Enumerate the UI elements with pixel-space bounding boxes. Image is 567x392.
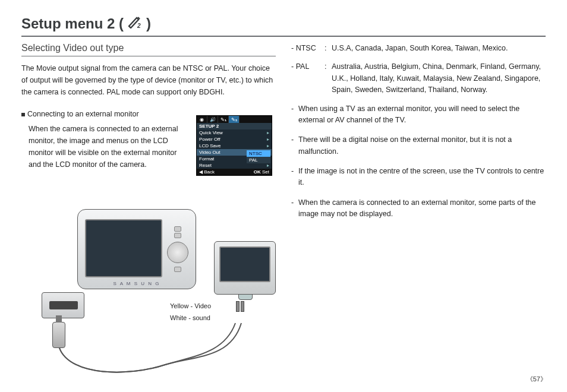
chevron-right-icon: ▸ <box>267 137 269 142</box>
def-pal: - PAL : Australia, Austria, Belgium, Chi… <box>291 61 546 96</box>
lcd-row: Quick View <box>199 130 267 135</box>
lcd-foot-set: Set <box>262 169 269 175</box>
note-body: When the camera is connected to an exter… <box>298 197 546 220</box>
sound-tab-icon: 🔊 <box>207 116 218 123</box>
camera-illustration: S A M S U N G <box>77 209 196 289</box>
lcd-menu-head: SETUP 2 <box>197 123 272 129</box>
label-yellow: Yellow - Video <box>170 301 211 312</box>
def-ntsc: - NTSC : U.S.A, Canada, Japan, South Kor… <box>291 43 546 54</box>
jack-yellow-icon <box>236 301 240 312</box>
cable-labels: Yellow - Video White - sound <box>170 301 211 324</box>
lcd-opt: PAL <box>247 157 270 163</box>
av-plug <box>52 322 65 348</box>
note-4: -When the camera is connected to an exte… <box>291 197 546 220</box>
def-term: - NTSC <box>291 43 325 54</box>
camera-button-icon <box>174 233 181 238</box>
page-number: 《57》 <box>527 375 547 384</box>
back-arrow-icon: ◀ <box>199 169 203 175</box>
def-sep: : <box>325 43 332 54</box>
av-cable <box>58 347 237 382</box>
camera-lcd <box>85 219 162 277</box>
connection-diagram: S A M S U N G Yellow - Video White - sou… <box>42 209 291 352</box>
camera-button-icon <box>174 267 181 272</box>
tv-jacks <box>235 301 246 315</box>
note-3: -If the image is not in the centre of th… <box>291 166 546 189</box>
chevron-right-icon: ▸ <box>267 130 269 135</box>
lcd-row: LCD Save <box>199 143 267 148</box>
svg-text:2: 2 <box>137 23 141 29</box>
setup2-icon: 2 <box>127 15 143 29</box>
port-closeup <box>42 292 84 318</box>
camera-button-icon <box>174 226 181 232</box>
bullet-text: Connecting to an external monitor <box>27 110 139 118</box>
tv-illustration <box>214 241 276 295</box>
lcd-foot-ok: OK <box>254 169 261 175</box>
lcd-footer: ◀ Back OK Set <box>197 169 272 175</box>
note-1: -When using a TV as an external monitor,… <box>291 103 546 127</box>
label-white: White - sound <box>170 312 211 324</box>
note-body: When using a TV as an external monitor, … <box>298 103 546 127</box>
lcd-foot-back: Back <box>204 169 215 175</box>
setup2-tab-icon: ✎₂ <box>229 116 240 123</box>
tv-screen <box>219 246 270 282</box>
note-body: If the image is not in the centre of the… <box>298 166 546 189</box>
jack-white-icon <box>241 301 244 312</box>
note-body: There will be a digital noise on the ext… <box>298 134 546 157</box>
camera-tab-icon: ◉ <box>197 116 207 123</box>
lcd-tabs: ◉ 🔊 ✎₁ ✎₂ <box>197 116 272 123</box>
lcd-opt-selected: NTSC <box>247 150 270 157</box>
lcd-row: Power Off <box>199 137 267 142</box>
def-body: Australia, Austria, Belgium, China, Denm… <box>332 61 546 96</box>
bullet-square-icon <box>21 113 25 116</box>
def-term: - PAL <box>291 61 325 96</box>
lcd-row: Reset <box>199 163 267 168</box>
lcd-submenu: NTSC PAL <box>247 150 270 163</box>
tv-base <box>238 294 253 300</box>
camera-dpad-icon <box>167 242 188 263</box>
chevron-right-icon: ▸ <box>267 143 269 148</box>
chevron-right-icon: ▸ <box>267 163 269 168</box>
def-body: U.S.A, Canada, Japan, South Korea, Taiwa… <box>332 43 546 54</box>
page-title: Setup menu 2 ( <box>21 15 124 32</box>
page-title-row: Setup menu 2 ( 2 ) <box>21 15 546 37</box>
section-subhead: Selecting Video out type <box>21 43 276 56</box>
camera-brand: S A M S U N G <box>78 281 196 286</box>
setup1-tab-icon: ✎₁ <box>218 116 229 123</box>
lcd-menu-screenshot: ◉ 🔊 ✎₁ ✎₂ SETUP 2 Quick View▸ Power Off▸… <box>196 115 272 176</box>
note-2: -There will be a digital noise on the ex… <box>291 134 546 157</box>
page-title-close: ) <box>146 15 151 32</box>
body-paragraph: When the camera is connected to an exter… <box>29 123 183 170</box>
lead-paragraph: The Movie output signal from the camera … <box>21 62 276 98</box>
def-sep: : <box>325 61 332 96</box>
